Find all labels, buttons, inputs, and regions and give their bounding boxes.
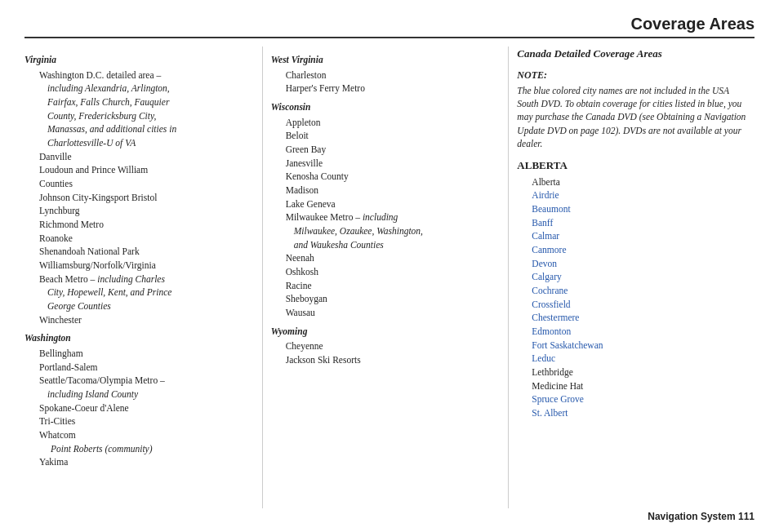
list-item: Airdrie	[517, 188, 746, 202]
list-item: Wausau	[271, 306, 501, 320]
list-item: Manassas, and additional cities in	[24, 122, 254, 136]
list-item: Madison	[271, 184, 501, 197]
list-item: County, Fredericksburg City,	[24, 109, 254, 123]
list-item: Seattle/Tacoma/Olympia Metro –	[24, 374, 254, 388]
content-area: Virginia Washington D.C. detailed area –…	[24, 47, 755, 508]
footer-text: Navigation System 111	[648, 511, 755, 522]
list-item: Leduc	[517, 352, 746, 366]
list-item: Lake Geneva	[271, 197, 501, 211]
list-item: Williamsburg/Norfolk/Virginia	[24, 259, 254, 273]
list-item: Fairfax, Falls Church, Fauquier	[24, 95, 254, 109]
canada-title: Canada Detailed Coverage Areas	[517, 47, 746, 62]
section-washington: Washington	[24, 331, 254, 345]
section-wyoming: Wyoming	[271, 325, 501, 339]
list-item: Fort Saskatchewan	[517, 339, 746, 352]
list-item: Calgary	[517, 270, 746, 284]
section-west-virginia: West Virginia	[271, 53, 501, 67]
list-item: Green Bay	[271, 143, 501, 157]
list-item: Bellingham	[24, 347, 254, 361]
list-item: Johnson City-Kingsport Bristol	[24, 191, 254, 205]
list-item: Cheyenne	[271, 339, 501, 353]
list-item: Canmore	[517, 243, 746, 257]
list-item: Jackson Ski Resorts	[271, 353, 501, 367]
list-item: Yakima	[24, 455, 254, 469]
list-item: and Waukesha Counties	[271, 238, 501, 252]
list-item: Beaumont	[517, 202, 746, 216]
list-item: including Alexandria, Arlington,	[24, 82, 254, 95]
column-3: Canada Detailed Coverage Areas NOTE: The…	[509, 47, 755, 508]
list-item: Milwaukee Metro – including	[271, 211, 501, 224]
list-item: Charleston	[271, 69, 501, 82]
list-item: Spruce Grove	[517, 392, 746, 406]
list-item: Appleton	[271, 116, 501, 130]
list-item: Calmar	[517, 229, 746, 243]
list-item: Devon	[517, 257, 746, 271]
page-header: Coverage Areas	[24, 15, 755, 38]
list-item: City, Hopewell, Kent, and Prince	[24, 286, 254, 299]
section-virginia: Virginia	[24, 53, 254, 67]
page-footer: Navigation System 111	[648, 511, 755, 522]
list-item: Beloit	[271, 129, 501, 143]
list-item: Banff	[517, 216, 746, 230]
alberta-title: ALBERTA	[517, 158, 746, 174]
list-item: Oshkosh	[271, 265, 501, 279]
list-item: Cochrane	[517, 284, 746, 298]
list-item: Janesville	[271, 157, 501, 171]
list-item: Racine	[271, 279, 501, 293]
list-item: Shenandoah National Park	[24, 245, 254, 259]
list-item: Point Roberts (community)	[24, 442, 254, 456]
list-item: Washington D.C. detailed area –	[24, 69, 254, 82]
list-item: Charlottesville-U of VA	[24, 136, 254, 150]
list-item: Roanoke	[24, 232, 254, 246]
list-item: Milwaukee, Ozaukee, Washington,	[271, 224, 501, 238]
list-item: Harper's Ferry Metro	[271, 82, 501, 95]
list-item: Crossfield	[517, 298, 746, 312]
list-item: Lynchburg	[24, 204, 254, 218]
list-item: including Island County	[24, 388, 254, 401]
list-item: Counties	[24, 177, 254, 191]
list-item: Chestermere	[517, 311, 746, 325]
list-item: Sheboygan	[271, 292, 501, 306]
list-item: Kenosha County	[271, 170, 501, 184]
list-item: Neenah	[271, 251, 501, 265]
column-1: Virginia Washington D.C. detailed area –…	[24, 47, 263, 508]
list-item: Tri-Cities	[24, 415, 254, 428]
list-item: Spokane-Coeur d'Alene	[24, 401, 254, 415]
list-item: Lethbridge	[517, 366, 746, 379]
note-text: The blue colored city names are not incl…	[517, 84, 746, 149]
section-wisconsin: Wisconsin	[271, 100, 501, 114]
list-item: Loudoun and Prince William	[24, 163, 254, 177]
page-title: Coverage Areas	[630, 15, 755, 33]
list-item: Edmonton	[517, 325, 746, 339]
list-item: Portland-Salem	[24, 361, 254, 375]
page: Coverage Areas Virginia Washington D.C. …	[0, 0, 779, 532]
list-item: Richmond Metro	[24, 218, 254, 232]
column-2: West Virginia Charleston Harper's Ferry …	[263, 47, 510, 508]
list-item: Medicine Hat	[517, 379, 746, 393]
list-item: Whatcom	[24, 428, 254, 442]
list-item: Winchester	[24, 313, 254, 327]
list-item: Danville	[24, 150, 254, 164]
note-title: NOTE:	[517, 69, 746, 82]
list-item: Alberta	[517, 175, 746, 189]
list-item: Beach Metro – including Charles	[24, 273, 254, 286]
list-item: St. Albert	[517, 406, 746, 420]
list-item: George Counties	[24, 299, 254, 313]
